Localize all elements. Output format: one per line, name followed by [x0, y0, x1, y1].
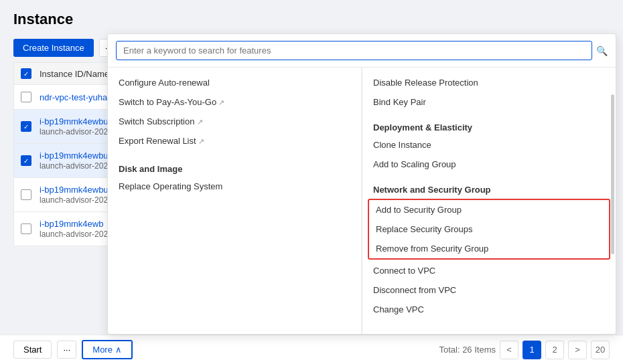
row-checkbox-3[interactable]: ✓ — [21, 155, 31, 166]
menu-item-switch-pay[interactable]: Switch to Pay-As-You-Go — [108, 92, 361, 112]
instance-link-4[interactable]: i-bp19mmk4ewbu — [40, 185, 109, 195]
last-page-label: 20 — [596, 345, 605, 355]
instance-sub-2: launch-advisor-202 — [40, 127, 108, 136]
instance-link-1[interactable]: ndr-vpc-test-yuha — [40, 92, 107, 102]
menu-item-clone-instance[interactable]: Clone Instance — [362, 135, 616, 155]
next-page-button[interactable]: > — [568, 341, 587, 359]
menu-item-replace-os[interactable]: Replace Operating System — [108, 177, 361, 196]
column-instance-id: Instance ID/Name — [40, 69, 109, 79]
instance-link-2[interactable]: i-bp19mmk4ewbu — [40, 116, 109, 126]
row-checkbox-2[interactable]: ✓ — [21, 121, 31, 132]
start-label: Start — [23, 345, 42, 355]
instance-sub-4: launch-advisor-202 — [40, 195, 108, 205]
feature-search-input[interactable] — [116, 41, 592, 60]
security-group-box: Add to Security Group Replace Security G… — [368, 199, 610, 260]
menu-item-remove-security-group[interactable]: Remove from Security Group — [369, 239, 609, 258]
right-menu-column: Disable Release Protection Bind Key Pair… — [362, 68, 616, 334]
row-checkbox-1[interactable] — [21, 92, 31, 102]
page-2-label: 2 — [552, 345, 557, 355]
search-icon: 🔍 — [596, 46, 608, 56]
bottom-bar: Start ··· More ∧ Total: 26 Items < 1 2 >… — [0, 335, 623, 364]
instance-sub-5: launch-advisor-202 — [40, 230, 108, 239]
scrollbar[interactable] — [611, 94, 614, 254]
menu-item-export-renewal[interactable]: Export Renewal List — [108, 131, 361, 151]
create-instance-button[interactable]: Create Instance — [13, 39, 94, 57]
prev-icon: < — [506, 345, 512, 355]
menu-item-replace-security-groups[interactable]: Replace Security Groups — [369, 219, 609, 239]
next-icon: > — [575, 345, 580, 355]
start-button[interactable]: Start — [13, 341, 52, 359]
row-checkbox-5[interactable] — [21, 223, 31, 234]
menu-item-switch-subscription[interactable]: Switch Subscription — [108, 112, 361, 131]
create-instance-label: Create Instance — [23, 43, 84, 53]
page-1-button[interactable]: 1 — [523, 341, 541, 359]
bottom-dots-icon: ··· — [63, 345, 70, 355]
left-menu-column: Configure Auto-renewal Switch to Pay-As-… — [108, 68, 362, 334]
disk-image-section-title: Disk and Image — [108, 159, 361, 177]
deployment-section-title: Deployment & Elasticity — [362, 117, 616, 135]
page-1-label: 1 — [529, 345, 534, 355]
bottom-more-dots-button[interactable]: ··· — [57, 341, 76, 359]
menu-item-connect-vpc[interactable]: Connect to VPC — [362, 261, 616, 280]
prev-page-button[interactable]: < — [500, 341, 518, 359]
search-input-wrap: 🔍 — [108, 34, 616, 68]
instance-link-5[interactable]: i-bp19mmk4ewb — [40, 219, 108, 229]
menu-item-disconnect-vpc[interactable]: Disconnect from VPC — [362, 280, 616, 300]
menu-item-bind-key[interactable]: Bind Key Pair — [362, 92, 616, 112]
menu-item-disable-release[interactable]: Disable Release Protection — [362, 73, 616, 92]
feature-search-dropdown: 🔍 Configure Auto-renewal Switch to Pay-A… — [107, 33, 616, 335]
page-2-button[interactable]: 2 — [545, 341, 564, 359]
menu-item-add-scaling-group[interactable]: Add to Scaling Group — [362, 155, 616, 174]
page-title: Instance — [13, 11, 610, 28]
chevron-up-icon: ∧ — [115, 345, 122, 355]
total-label: Total: 26 Items — [439, 345, 496, 355]
more-button[interactable]: More ∧ — [82, 340, 133, 359]
network-security-section-title: Network and Security Group — [362, 179, 616, 197]
instance-sub-3: launch-advisor-202 — [40, 161, 108, 171]
pagination: Total: 26 Items < 1 2 > 20 — [439, 341, 610, 359]
more-label: More — [92, 345, 113, 355]
dropdown-body: Configure Auto-renewal Switch to Pay-As-… — [108, 68, 616, 334]
menu-item-change-vpc[interactable]: Change VPC — [362, 300, 616, 319]
instance-link-3[interactable]: i-bp19mmk4ewbu — [40, 151, 109, 161]
last-page-button[interactable]: 20 — [591, 341, 610, 359]
menu-item-add-security-group[interactable]: Add to Security Group — [369, 200, 609, 219]
row-checkbox-4[interactable] — [21, 189, 31, 200]
menu-item-configure-auto-renewal[interactable]: Configure Auto-renewal — [108, 73, 361, 92]
select-all-checkbox[interactable]: ✓ — [21, 68, 31, 79]
